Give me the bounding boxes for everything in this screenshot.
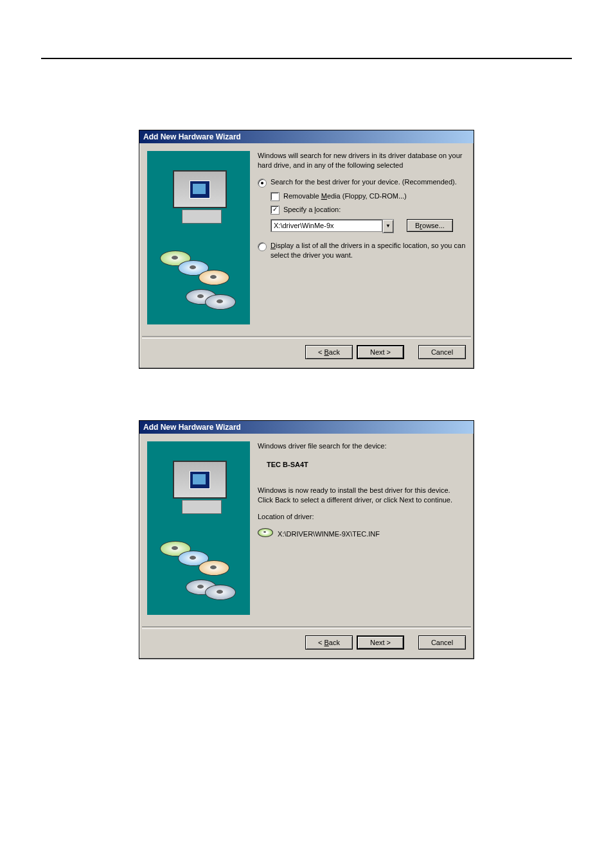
dialog-title: Add New Hardware Wizard	[139, 421, 474, 434]
back-button[interactable]: < Back	[305, 345, 353, 359]
location-input[interactable]	[271, 219, 382, 232]
radio-icon	[258, 242, 267, 251]
back-button[interactable]: < Back	[305, 635, 353, 650]
checkbox-removable-media[interactable]: Removable Media (Floppy, CD-ROM...)	[271, 191, 466, 201]
cancel-button[interactable]: Cancel	[418, 635, 466, 650]
search-label: Windows driver file search for the devic…	[258, 441, 466, 451]
radio-label: Display a list of all the drivers in a s…	[271, 241, 466, 261]
intro-text: Windows will search for new drivers in i…	[258, 151, 466, 171]
radio-label: Search for the best driver for your devi…	[271, 177, 457, 187]
device-name: TEC B-SA4T	[267, 460, 466, 470]
checkbox-label: Removable Media (Floppy, CD-ROM...)	[283, 191, 407, 201]
driver-path: X:\DRIVER\WINME-9X\TEC.INF	[278, 530, 380, 538]
wizard-illustration	[147, 441, 250, 615]
combo-dropdown-button[interactable]: ▼	[382, 219, 394, 233]
next-button[interactable]: Next >	[357, 345, 404, 359]
checkbox-icon	[271, 206, 280, 215]
ready-text: Windows is now ready to install the best…	[258, 486, 466, 506]
driver-path-row: X:\DRIVER\WINME-9X\TEC.INF	[258, 528, 466, 541]
checkbox-label: Specify a location:	[283, 205, 341, 215]
dialog-title: Add New Hardware Wizard	[139, 130, 474, 143]
checkbox-icon	[271, 192, 280, 201]
cancel-button[interactable]: Cancel	[418, 345, 466, 359]
location-combo[interactable]: ▼	[271, 219, 394, 232]
location-label: Location of driver:	[258, 512, 466, 522]
radio-display-list[interactable]: Display a list of all the drivers in a s…	[258, 241, 466, 261]
next-button[interactable]: Next >	[357, 635, 404, 650]
hardware-wizard-dialog-1: Add New Hardware Wizard Windows will sea…	[139, 130, 474, 369]
disc-icon	[258, 528, 273, 541]
radio-search-best[interactable]: Search for the best driver for your devi…	[258, 177, 466, 188]
wizard-illustration	[147, 151, 250, 324]
browse-button[interactable]: Browse...	[407, 219, 453, 232]
radio-icon	[258, 179, 267, 188]
checkbox-specify-location[interactable]: Specify a location:	[271, 205, 466, 215]
hardware-wizard-dialog-2: Add New Hardware Wizard Windows driver f…	[139, 420, 474, 659]
